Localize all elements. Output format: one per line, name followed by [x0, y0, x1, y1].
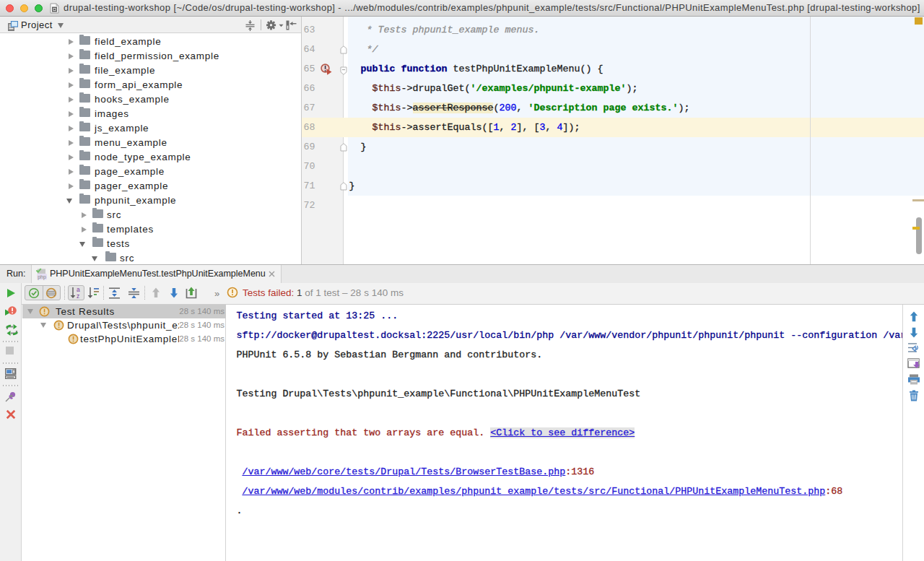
svg-text:php: php — [38, 274, 46, 280]
svg-text:z: z — [77, 292, 79, 299]
